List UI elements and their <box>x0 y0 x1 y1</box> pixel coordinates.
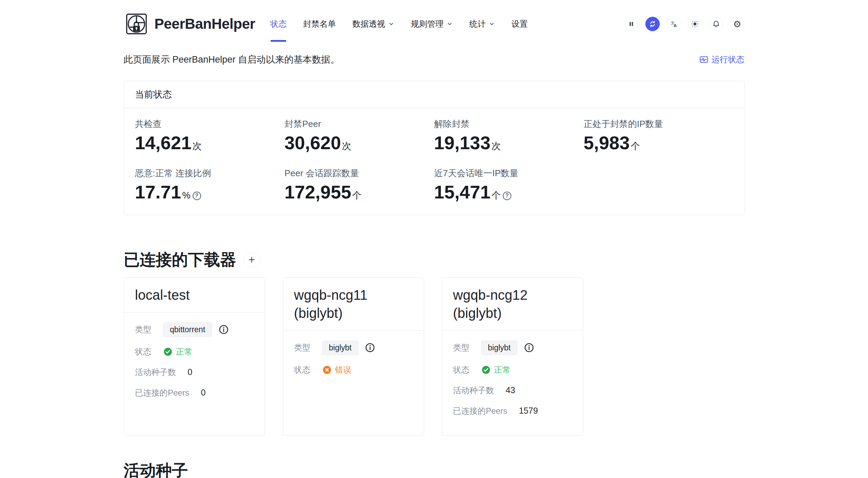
stat-malicious-ratio: 恶意:正常 连接比例 17.71%? <box>135 168 285 205</box>
chevron-down-icon <box>489 21 495 27</box>
active-torrents-title: 活动种子 <box>124 461 745 478</box>
nav-item-settings[interactable]: 设置 <box>511 0 528 48</box>
downloader-type-row: 类型 biglybt <box>453 340 572 355</box>
help-icon[interactable]: ? <box>503 192 511 200</box>
status-badge: 正常 <box>481 364 511 375</box>
downloader-type-badge: biglybt <box>322 340 358 355</box>
stat-unbanned: 解除封禁 19,133次 <box>434 119 583 156</box>
main-nav: 状态 封禁名单 数据透视 规则管理 统计 设置 <box>270 0 528 48</box>
sync-icon <box>649 20 656 28</box>
downloaders-section-head: 已连接的下载器 <box>124 250 745 269</box>
status-card-title: 当前状态 <box>124 81 744 108</box>
downloader-status-row: 状态 正常 <box>135 346 254 358</box>
nav-item-data-insight[interactable]: 数据透视 <box>352 0 394 48</box>
downloader-card-wgqb-ncg12[interactable]: wgqb-ncg12 (biglybt) 类型 biglybt 状态 正常 <box>442 277 583 436</box>
shield-lock-icon <box>124 11 149 37</box>
translate-button[interactable]: 文 A <box>667 17 681 31</box>
downloader-type-badge: biglybt <box>481 340 517 355</box>
add-downloader-button[interactable] <box>244 252 260 268</box>
downloader-peers-row: 已连接的Peers 0 <box>135 387 254 399</box>
nav-item-label: 封禁名单 <box>303 18 336 29</box>
nav-item-label: 状态 <box>270 18 287 29</box>
chevron-down-icon <box>388 21 394 27</box>
nav-item-label: 数据透视 <box>352 18 385 29</box>
brand: PeerBanHelper <box>124 11 255 37</box>
downloader-name: local-test <box>135 286 254 304</box>
downloader-peers-row: 已连接的Peers 1579 <box>453 405 572 417</box>
nav-item-label: 设置 <box>511 18 528 29</box>
stat-banned-peers: 封禁Peer 30,620次 <box>285 119 434 156</box>
current-status-card: 当前状态 共检查 14,621次 封禁Peer 30,620次 解除封禁 19,… <box>124 81 745 215</box>
intro-row: 此页面展示 PeerBanHelper 自启动以来的基本数据。 运行状态 <box>124 53 745 66</box>
run-status-label: 运行状态 <box>712 54 745 65</box>
downloader-card-local-test[interactable]: local-test 类型 qbittorrent 状态 正常 <box>124 277 265 436</box>
downloader-type-row: 类型 qbittorrent <box>135 322 254 337</box>
pause-button[interactable] <box>624 17 639 31</box>
info-icon[interactable] <box>524 343 534 353</box>
info-icon[interactable] <box>219 324 229 335</box>
stat-checked: 共检查 14,621次 <box>135 119 285 156</box>
downloader-status-row: 状态 正常 <box>453 364 572 376</box>
nav-item-banlist[interactable]: 封禁名单 <box>303 0 336 48</box>
status-badge: 错误 <box>322 364 352 375</box>
nav-item-statistics[interactable]: 统计 <box>469 0 495 48</box>
info-icon[interactable] <box>365 343 375 353</box>
pause-icon <box>628 21 635 27</box>
translate-icon: 文 A <box>670 20 678 28</box>
stats-grid: 共检查 14,621次 封禁Peer 30,620次 解除封禁 19,133次 … <box>124 108 744 215</box>
downloader-torrents-row: 活动种子数 0 <box>135 366 254 378</box>
stat-peer-sessions: Peer 会话跟踪数量 172,955个 <box>285 168 434 205</box>
app-title: PeerBanHelper <box>155 16 255 32</box>
check-circle-icon <box>163 347 173 357</box>
sync-button[interactable] <box>645 17 660 31</box>
activity-icon <box>699 55 708 64</box>
plus-icon <box>248 256 256 264</box>
downloader-type-row: 类型 biglybt <box>294 340 413 355</box>
app-header: PeerBanHelper 状态 封禁名单 数据透视 规则管理 统计 设置 <box>124 0 745 48</box>
downloader-torrents-row: 活动种子数 43 <box>453 385 572 396</box>
downloaders-title: 已连接的下载器 <box>124 250 236 269</box>
bell-icon <box>712 20 720 28</box>
chevron-down-icon <box>447 21 453 27</box>
downloader-status-row: 状态 错误 <box>294 364 413 376</box>
sun-icon <box>691 20 699 28</box>
downloader-cards: local-test 类型 qbittorrent 状态 正常 <box>124 277 745 436</box>
header-actions: 文 A <box>624 17 745 31</box>
stat-currently-banned-ips: 正处于封禁的IP数量 5,983个 <box>583 119 733 156</box>
nav-item-label: 统计 <box>469 18 486 29</box>
notifications-button[interactable] <box>709 17 723 31</box>
downloader-card-wgqb-ncg11[interactable]: wgqb-ncg11 (biglybt) 类型 biglybt 状态 错误 <box>283 277 424 436</box>
nav-item-status[interactable]: 状态 <box>270 0 287 48</box>
settings-button[interactable]: ⚙ <box>730 17 745 31</box>
page-description: 此页面展示 PeerBanHelper 自启动以来的基本数据。 <box>124 53 340 66</box>
downloader-type-badge: qbittorrent <box>163 322 212 337</box>
help-icon[interactable]: ? <box>193 192 201 200</box>
active-torrents-section: 活动种子 local-test wgqb-ncg11 (biglybt) wgq… <box>124 461 745 478</box>
svg-text:A: A <box>674 24 677 28</box>
stat-unique-ips-7d: 近7天会话唯一IP数量 15,471个? <box>434 168 583 205</box>
downloader-name: wgqb-ncg11 (biglybt) <box>294 286 413 322</box>
status-badge: 正常 <box>163 346 193 357</box>
error-circle-icon <box>322 365 332 375</box>
nav-item-label: 规则管理 <box>411 18 444 29</box>
check-circle-icon <box>481 365 491 375</box>
gear-icon: ⚙ <box>733 20 741 29</box>
run-status-link[interactable]: 运行状态 <box>699 54 745 65</box>
theme-button[interactable] <box>688 17 702 31</box>
downloader-name: wgqb-ncg12 (biglybt) <box>453 286 572 322</box>
nav-item-rule-management[interactable]: 规则管理 <box>411 0 453 48</box>
